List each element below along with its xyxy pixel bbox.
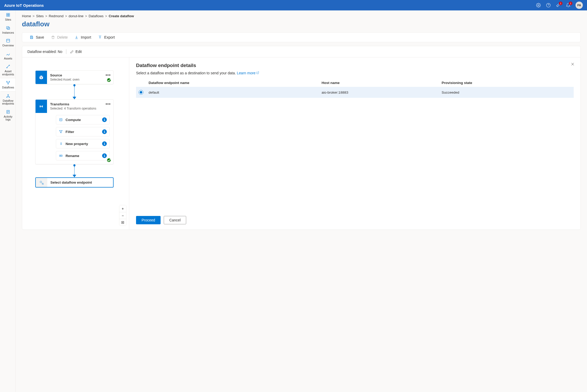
notifications-icon[interactable]: 1 [566,3,571,8]
dataflows-icon [6,80,10,85]
endpoint-table: Dataflow endpoint name Host name Provisi… [136,79,574,98]
export-button[interactable]: Export [98,35,115,39]
brand-title: Azure IoT Operations [4,3,44,8]
destination-node[interactable]: Select dataflow endpoint [35,177,114,188]
nav-item-overview[interactable]: Overview [0,36,15,49]
svg-point-37 [40,181,42,183]
toolbar: Save Delete Import Export [22,32,581,42]
breadcrumbs: Home> Sites> Redmond> donut-line> Datafl… [22,14,581,18]
svg-point-12 [9,65,10,66]
edit-button[interactable]: Edit [70,50,82,54]
breadcrumb-dataflows[interactable]: Dataflows [89,14,103,18]
alerts-badge: 1 [559,2,562,5]
source-stripe [36,71,47,84]
proceed-button[interactable]: Proceed [136,216,161,224]
nav-label: Dataflows [2,86,14,89]
nav-label: Sites [5,18,11,21]
transform-compute[interactable]: Compute 1 [56,115,110,124]
help-icon[interactable] [546,3,551,8]
nav-item-sites[interactable]: Sites [0,10,15,23]
external-link-icon [256,71,259,74]
learn-more-link[interactable]: Learn more [237,71,259,75]
svg-rect-36 [61,155,62,156]
breadcrumb-current: Create dataflow [109,14,134,18]
breadcrumb-home[interactable]: Home [22,14,31,18]
col-host: Host name [319,79,439,87]
cancel-button[interactable]: Cancel [164,216,186,224]
delete-label: Delete [57,35,68,39]
nav-item-dataflow-endpoints[interactable]: Dataflow endpoints [0,92,15,107]
table-row[interactable]: default aio-broker:18883 Succeeded [136,87,574,98]
compute-icon [59,118,63,122]
panel-title: Dataflow endpoint details [136,63,574,68]
zoom-fit-button[interactable] [119,219,126,226]
svg-point-11 [7,67,7,68]
instances-icon [6,26,10,30]
canvas: Source Selected Asset: oven ••• [22,57,129,230]
nav-item-dataflows[interactable]: Dataflows [0,78,15,92]
svg-rect-9 [7,39,10,42]
destination-stripe [36,178,47,187]
connector [35,164,114,177]
nav-item-assets[interactable]: Assets [0,49,15,62]
transform-new-property[interactable]: New property 1 [56,139,110,148]
settings-icon[interactable] [536,3,541,8]
delete-icon [51,35,55,39]
child-label: Compute [66,118,99,122]
child-count: 1 [102,129,107,134]
list-icon [59,142,63,146]
svg-rect-23 [31,36,32,37]
row-name: default [146,87,319,98]
save-button[interactable]: Save [30,35,44,39]
alerts-icon[interactable]: 1 [556,3,561,8]
import-button[interactable]: Import [74,35,91,39]
designer-split: Source Selected Asset: oven ••• [22,57,580,230]
col-state: Provisioning state [439,79,574,87]
import-icon [74,35,79,39]
close-button[interactable] [571,62,575,67]
transforms-more-icon[interactable]: ••• [105,102,111,106]
transform-filter[interactable]: Filter 1 [56,127,110,136]
breadcrumb-sites[interactable]: Sites [36,14,44,18]
assets-icon [6,51,10,56]
child-label: Filter [66,130,99,134]
child-count: 1 [102,117,107,122]
transforms-title: Transforms [50,102,110,106]
zoom-out-button[interactable]: − [119,212,126,219]
nav-item-activity-logs[interactable]: Activity logs [0,107,15,123]
rename-icon [59,154,63,158]
child-label: Rename [66,154,99,158]
transforms-node[interactable]: Transforms Selected: 4 Transform operati… [35,99,114,164]
child-count: 1 [102,153,107,158]
source-node[interactable]: Source Selected Asset: oven ••• [35,70,114,84]
connector [35,84,114,99]
export-icon [98,35,102,39]
svg-rect-7 [7,26,9,29]
endpoint-details-panel: Dataflow endpoint details Select a dataf… [129,57,580,230]
page-title: dataflow [22,20,581,28]
edit-label: Edit [75,50,82,54]
transforms-sub: Selected: 4 Transform operations [50,107,110,110]
svg-rect-24 [31,38,32,39]
nav-item-asset-endpoints[interactable]: Asset endpoints [0,62,15,78]
source-more-icon[interactable]: ••• [105,73,111,77]
main-content: Home> Sites> Redmond> donut-line> Datafl… [16,10,587,392]
transform-rename[interactable]: Rename 1 [56,151,110,160]
status-row: Dataflow enabled: No Edit [22,46,580,57]
nav-label: Instances [2,31,14,34]
svg-point-13 [7,81,7,82]
breadcrumb-redmond[interactable]: Redmond [49,14,63,18]
user-avatar[interactable]: PA [576,2,583,9]
cube-icon [39,75,44,80]
breadcrumb-donut-line[interactable]: donut-line [69,14,84,18]
svg-rect-5 [7,15,8,16]
row-radio[interactable] [139,90,143,95]
dataflow-enabled-label: Dataflow enabled: No [27,50,62,54]
top-header: Azure IoT Operations 1 1 PA [0,0,587,10]
nav-item-instances[interactable]: Instances [0,23,15,37]
zoom-in-button[interactable]: + [119,205,126,212]
panel-footer: Proceed Cancel [136,216,574,224]
source-status-ok-icon [107,78,111,82]
nav-label: Overview [2,44,14,47]
transforms-icon [39,104,44,109]
